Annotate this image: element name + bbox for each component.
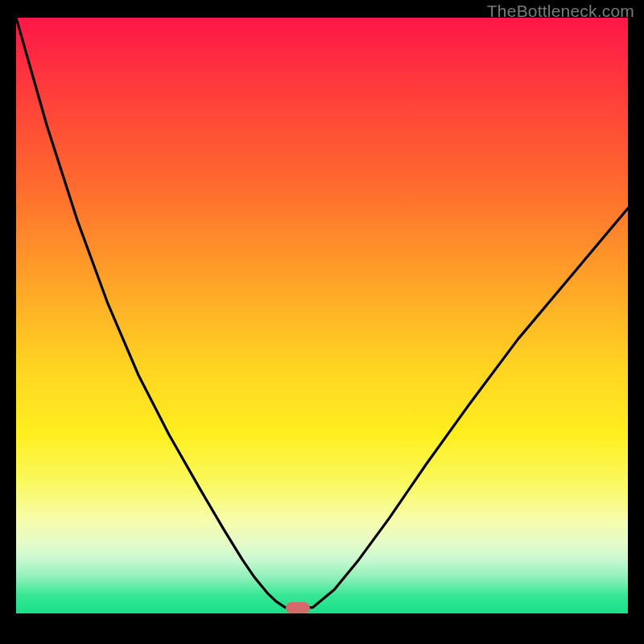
plot-area bbox=[16, 18, 628, 613]
minimum-marker bbox=[286, 602, 310, 613]
bottleneck-curve bbox=[16, 18, 628, 613]
chart-container: TheBottleneck.com bbox=[0, 0, 644, 644]
